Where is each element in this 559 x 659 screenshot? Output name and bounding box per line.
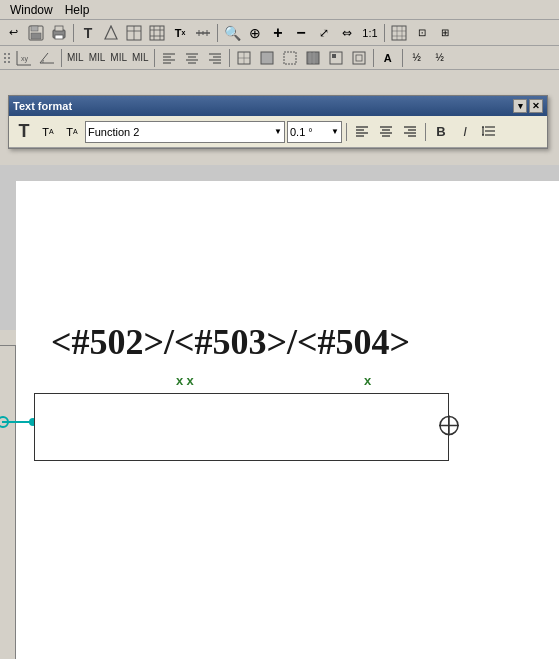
svg-rect-45 xyxy=(284,52,296,64)
green-x-marker-2: x xyxy=(187,373,194,388)
panel-bold-btn[interactable]: B xyxy=(430,121,452,143)
toolbar-save-btn[interactable] xyxy=(25,22,47,44)
menu-window[interactable]: Window xyxy=(4,3,59,17)
annotation-text: <#502>/<#503>/<#504> xyxy=(51,321,410,363)
svg-rect-50 xyxy=(332,54,336,58)
font-name-label: Function 2 xyxy=(88,126,139,138)
toolbar-plus-btn[interactable]: + xyxy=(267,22,289,44)
panel-align-right-btn[interactable] xyxy=(399,121,421,143)
toolbar-zoom-all-btn[interactable]: ⇔ xyxy=(336,22,358,44)
toolbar-snap-btn[interactable]: ⊡ xyxy=(411,22,433,44)
mil-label-1: MIL xyxy=(65,52,86,63)
toolbar-back-btn[interactable]: ↩ xyxy=(2,22,24,44)
mil-label-2: MIL xyxy=(87,52,108,63)
font-size-dropdown[interactable]: 0.1 ° ▼ xyxy=(287,121,342,143)
panel-sep-1 xyxy=(346,123,347,141)
ruler-vertical xyxy=(0,346,16,659)
toolbar-row-2: xy MIL MIL MIL MIL xyxy=(0,46,559,70)
font-dropdown-arrow-icon: ▼ xyxy=(274,127,282,136)
toolbar-align-center-btn[interactable] xyxy=(181,47,203,69)
toolbar-sep-4 xyxy=(61,49,62,67)
toolbar-grid-btn[interactable] xyxy=(146,22,168,44)
panel-toolbar: T TA TA Function 2 ▼ 0.1 ° ▼ xyxy=(9,116,547,148)
toolbar-print-btn[interactable] xyxy=(48,22,70,44)
toolbar-frac2-btn[interactable]: ½ xyxy=(429,47,451,69)
toolbar-sep-7 xyxy=(373,49,374,67)
toolbar-minus-btn[interactable]: − xyxy=(290,22,312,44)
toolbar-text2-btn[interactable]: Tx xyxy=(169,22,191,44)
panel-sep-2 xyxy=(425,123,426,141)
mil-label-4: MIL xyxy=(130,52,151,63)
component-rectangle[interactable] xyxy=(34,393,449,461)
green-markers-group2: x xyxy=(364,373,371,388)
font-sub-btn[interactable]: TA xyxy=(61,121,83,143)
toolbar-frac1-btn[interactable]: ½ xyxy=(406,47,428,69)
svg-rect-19 xyxy=(392,26,406,40)
font-size-label: 0.1 ° xyxy=(290,126,313,138)
green-x-marker-3: x xyxy=(364,373,371,388)
panel-align-center-btn[interactable] xyxy=(375,121,397,143)
toolbar-box6-btn[interactable] xyxy=(348,47,370,69)
toolbar-align-left-btn[interactable] xyxy=(158,47,180,69)
panel-collapse-btn[interactable]: ▾ xyxy=(513,99,527,113)
toolbar-snap2-btn[interactable]: ⊞ xyxy=(434,22,456,44)
toolbar-grip xyxy=(2,51,12,65)
toolbar-zoom-in-btn[interactable]: ⊕ xyxy=(244,22,266,44)
toolbar-box2-btn[interactable] xyxy=(256,47,278,69)
toolbar-grid2-btn[interactable] xyxy=(388,22,410,44)
toolbar-sep-3 xyxy=(384,24,385,42)
svg-rect-5 xyxy=(55,35,63,39)
svg-rect-44 xyxy=(261,52,273,64)
font-name-dropdown[interactable]: Function 2 ▼ xyxy=(85,121,285,143)
toolbar-text-size-btn[interactable]: A xyxy=(377,47,399,69)
svg-line-28 xyxy=(40,53,48,63)
toolbar-box1-btn[interactable] xyxy=(233,47,255,69)
svg-rect-4 xyxy=(55,26,63,31)
panel-title: Text format xyxy=(13,100,72,112)
text-format-panel: Text format ▾ ✕ T TA TA Function 2 ▼ 0.1… xyxy=(8,95,548,149)
connector-line xyxy=(2,421,34,423)
font-super-btn[interactable]: TA xyxy=(37,121,59,143)
svg-rect-1 xyxy=(31,26,38,31)
component-rect-wrapper xyxy=(34,393,449,461)
toolbar-box3-btn[interactable] xyxy=(279,47,301,69)
toolbar-angle-btn[interactable] xyxy=(36,47,58,69)
right-connector xyxy=(438,415,460,440)
toolbar-table-btn[interactable] xyxy=(123,22,145,44)
toolbar-sep-6 xyxy=(229,49,230,67)
toolbar-box4-btn[interactable] xyxy=(302,47,324,69)
toolbar-row-1: ↩ T Tx xyxy=(0,20,559,46)
panel-italic-btn[interactable]: I xyxy=(454,121,476,143)
menu-help[interactable]: Help xyxy=(59,3,96,17)
toolbar-t-btn[interactable]: T xyxy=(77,22,99,44)
toolbar-draw-btn[interactable] xyxy=(100,22,122,44)
svg-rect-46 xyxy=(307,52,319,64)
svg-text:xy: xy xyxy=(21,55,29,63)
toolbar-ruler-btn[interactable] xyxy=(192,22,214,44)
toolbar-zoom-out-btn[interactable]: 🔍 xyxy=(221,22,243,44)
mil-label-3: MIL xyxy=(108,52,129,63)
toolbar-sep-8 xyxy=(402,49,403,67)
left-connector xyxy=(2,421,34,423)
svg-rect-2 xyxy=(31,33,41,39)
canvas-area: <#502>/<#503>/<#504> x x x xyxy=(0,165,559,659)
panel-title-bar: Text format ▾ ✕ xyxy=(9,96,547,116)
toolbar-sep-5 xyxy=(154,49,155,67)
green-x-marker-1: x xyxy=(176,373,183,388)
toolbar-coords-btn[interactable]: xy xyxy=(13,47,35,69)
toolbar-zoom-actual-btn[interactable]: 1:1 xyxy=(359,22,381,44)
toolbar-box5-btn[interactable] xyxy=(325,47,347,69)
panel-linespacing-btn[interactable] xyxy=(478,121,500,143)
font-T-btn[interactable]: T xyxy=(13,121,35,143)
toolbar-sep-1 xyxy=(73,24,74,42)
green-markers-group1: x x xyxy=(176,373,194,388)
drawing-area[interactable]: <#502>/<#503>/<#504> x x x xyxy=(16,181,559,659)
toolbar-sep-2 xyxy=(217,24,218,42)
panel-close-btn[interactable]: ✕ xyxy=(529,99,543,113)
panel-align-left-btn[interactable] xyxy=(351,121,373,143)
svg-marker-69 xyxy=(482,126,484,128)
toolbar-zoom-fit-btn[interactable]: ⤢ xyxy=(313,22,335,44)
svg-rect-52 xyxy=(356,55,362,61)
toolbar-align-right-btn[interactable] xyxy=(204,47,226,69)
svg-rect-51 xyxy=(353,52,365,64)
